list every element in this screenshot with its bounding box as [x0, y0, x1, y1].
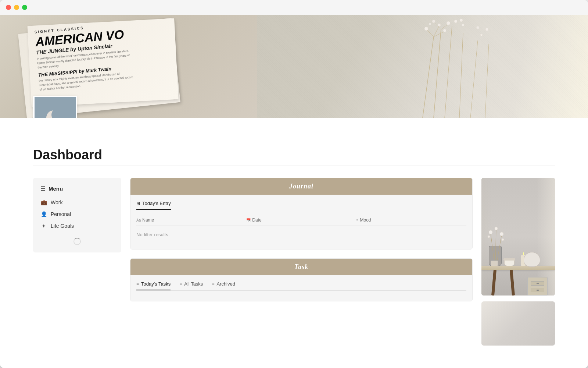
tab-archived-label: Archived	[216, 281, 235, 287]
loading-spinner	[40, 238, 114, 245]
menu-header: ☰ Menu	[40, 185, 114, 192]
sidebar-item-life-goals[interactable]: ✦ Life Goals	[40, 222, 114, 230]
vase-flowers	[485, 226, 507, 262]
person-icon: 👤	[40, 211, 47, 217]
menu-hamburger-icon: ☰	[40, 185, 46, 192]
tab-todays-entry-label: Today's Entry	[142, 201, 171, 206]
close-button[interactable]	[6, 5, 11, 10]
table-icon: ⊞	[136, 201, 140, 206]
hero-banner: SIGNET CLASSICS AMERICAN VO THE JUNGLE b…	[0, 15, 588, 118]
page-title: Dashboard	[33, 147, 555, 163]
menu-label: Menu	[49, 185, 63, 192]
svg-line-27	[495, 229, 496, 262]
main-content: SIGNET CLASSICS AMERICAN VO THE JUNGLE b…	[0, 15, 588, 368]
tab-todays-entry[interactable]: ⊞ Today's Entry	[136, 201, 171, 210]
task-tabs: ≡ Today's Tasks ≡ All Tasks ≡ Archived	[136, 281, 466, 291]
task-header: Task	[130, 259, 472, 275]
desk-illustration	[481, 178, 555, 296]
svg-point-32	[488, 236, 490, 238]
list-icon: ≡	[356, 218, 359, 222]
col-mood-label: Mood	[360, 217, 371, 223]
journal-body: ⊞ Today's Entry Aa Name	[130, 195, 472, 249]
right-image-top	[481, 178, 555, 296]
col-name-header: Aa Name	[136, 217, 246, 223]
tab-todays-tasks[interactable]: ≡ Today's Tasks	[136, 281, 171, 290]
tab-archived[interactable]: ≡ Archived	[212, 281, 235, 290]
menu-items-list: 💼 Work 👤 Personal ✦ Life Goals	[40, 198, 114, 230]
spinner-animation	[74, 238, 81, 245]
tab-todays-tasks-label: Today's Tasks	[141, 281, 171, 287]
svg-point-30	[495, 227, 498, 230]
dashboard-grid: ☰ Menu 💼 Work 👤 Personal ✦	[33, 178, 555, 346]
page-divider	[33, 166, 555, 166]
sidebar-item-work[interactable]: 💼 Work	[40, 198, 114, 207]
briefcase-icon: 💼	[40, 199, 47, 205]
minimize-button[interactable]	[14, 5, 19, 10]
journal-title: Journal	[289, 183, 313, 190]
sidebar-item-personal[interactable]: 👤 Personal	[40, 210, 114, 219]
col-date-header: 📅 Date	[246, 217, 356, 223]
no-filter-results: No filter results.	[136, 226, 466, 243]
task-section: Task ≡ Today's Tasks ≡	[130, 258, 473, 301]
task-body: ≡ Today's Tasks ≡ All Tasks ≡ Archived	[130, 275, 472, 301]
journal-tabs: ⊞ Today's Entry	[136, 201, 466, 210]
list-icon-tasks: ≡	[136, 282, 139, 287]
calendar-icon: 📅	[246, 218, 251, 222]
col-name-label: Name	[142, 217, 154, 223]
maximize-button[interactable]	[22, 5, 27, 10]
title-bar	[0, 0, 588, 15]
svg-point-25	[46, 110, 61, 118]
app-window: SIGNET CLASSICS AMERICAN VO THE JUNGLE b…	[0, 0, 588, 368]
journal-table-header: Aa Name 📅 Date ≡ Mood	[136, 215, 466, 226]
journal-section: Journal ⊞ Today's Entry	[130, 178, 473, 250]
list-icon-all: ≡	[179, 282, 182, 287]
right-image-bottom	[481, 301, 555, 346]
sidebar-item-life-goals-label: Life Goals	[51, 223, 74, 229]
left-panel: ☰ Menu 💼 Work 👤 Personal ✦	[33, 178, 121, 252]
right-panel	[481, 178, 555, 346]
svg-line-26	[491, 233, 494, 262]
tab-all-tasks-label: All Tasks	[184, 281, 203, 287]
svg-point-29	[489, 230, 492, 234]
sidebar-item-personal-label: Personal	[51, 211, 71, 217]
svg-point-31	[500, 232, 503, 236]
text-icon: Aa	[136, 218, 141, 222]
list-icon-archived: ≡	[212, 282, 214, 287]
center-panel: Journal ⊞ Today's Entry	[130, 178, 473, 301]
col-date-label: Date	[252, 217, 261, 223]
svg-point-33	[502, 238, 504, 241]
moon-icon	[44, 107, 66, 118]
svg-line-28	[497, 235, 502, 262]
avatar	[33, 96, 77, 118]
task-title: Task	[294, 263, 308, 270]
sparkle-icon: ✦	[40, 223, 47, 229]
page-body: Dashboard ☰ Menu 💼 Work	[0, 118, 588, 360]
sidebar-item-work-label: Work	[51, 199, 62, 205]
tab-all-tasks[interactable]: ≡ All Tasks	[179, 281, 203, 290]
col-mood-header: ≡ Mood	[356, 217, 466, 223]
journal-header: Journal	[130, 178, 472, 195]
